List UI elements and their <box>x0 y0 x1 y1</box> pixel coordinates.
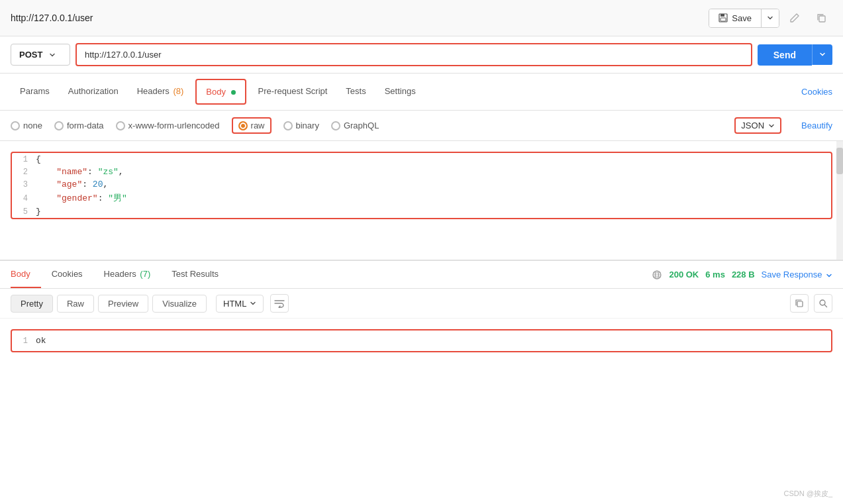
code-line-4: 4 "gender": "男" <box>12 191 831 205</box>
code-line-3: 3 "age": 20, <box>12 178 831 191</box>
code-line-2: 2 "name": "zs", <box>12 166 831 178</box>
send-dropdown-button[interactable] <box>812 44 832 65</box>
chevron-down-icon <box>250 300 256 307</box>
resp-fmt-raw[interactable]: Raw <box>57 295 94 313</box>
chevron-down-icon <box>819 51 826 58</box>
save-button[interactable]: Save <box>709 9 761 27</box>
body-dot-indicator <box>231 90 236 95</box>
url-bar: POST Send <box>0 36 843 74</box>
code-editor-box[interactable]: 1 { 2 "name": "zs", 3 "age": 20, 4 "gend… <box>11 152 832 219</box>
status-code: 200 OK <box>669 270 699 279</box>
format-json-select[interactable]: JSON <box>734 117 781 134</box>
resp-tab-headers[interactable]: Headers (7) <box>93 261 162 288</box>
radio-form-data-indicator <box>54 121 64 130</box>
svg-point-7 <box>820 300 825 305</box>
response-text: ok <box>36 336 46 346</box>
globe-icon <box>652 270 662 280</box>
radio-graphql-indicator <box>331 121 340 130</box>
chevron-down-icon <box>826 272 832 279</box>
send-button[interactable]: Send <box>758 44 812 66</box>
search-response-button[interactable] <box>814 294 832 313</box>
resp-fmt-pretty[interactable]: Pretty <box>11 295 53 313</box>
radio-raw-indicator <box>238 121 248 130</box>
radio-urlencoded-indicator <box>116 121 125 130</box>
chevron-down-icon <box>768 123 775 129</box>
radio-none-indicator <box>11 121 20 130</box>
send-btn-group: Send <box>758 44 832 66</box>
editor-scrollbar[interactable] <box>836 141 843 260</box>
code-editor-area: 1 { 2 "name": "zs", 3 "age": 20, 4 "gend… <box>0 141 843 260</box>
edit-icon-button[interactable] <box>783 7 806 29</box>
beautify-link[interactable]: Beautify <box>801 121 832 130</box>
chevron-down-icon <box>49 52 56 58</box>
copy-icon <box>795 299 804 308</box>
resp-tab-body[interactable]: Body <box>11 261 41 288</box>
copy-icon-button[interactable] <box>810 7 832 29</box>
resp-language-select[interactable]: HTML <box>216 295 264 313</box>
wrap-lines-button[interactable] <box>270 294 289 313</box>
title-actions: Save <box>709 7 832 29</box>
tab-headers[interactable]: Headers (8) <box>128 78 193 105</box>
response-tabs-row: Body Cookies Headers (7) Test Results 20… <box>0 261 843 289</box>
radio-none[interactable]: none <box>11 121 42 130</box>
resp-fmt-preview[interactable]: Preview <box>98 295 148 313</box>
svg-rect-6 <box>797 301 803 307</box>
response-size: 228 B <box>732 270 755 279</box>
floppy-icon <box>719 13 728 23</box>
resp-fmt-visualize[interactable]: Visualize <box>152 295 207 313</box>
body-options-row: none form-data x-www-form-urlencoded raw… <box>0 111 843 141</box>
radio-raw[interactable]: raw <box>238 121 265 130</box>
tab-tests[interactable]: Tests <box>336 78 375 105</box>
cookies-link[interactable]: Cookies <box>801 79 832 105</box>
response-code-box: 1 ok <box>11 329 832 352</box>
chevron-down-icon <box>767 15 773 21</box>
tab-prerequest[interactable]: Pre-request Script <box>249 78 337 105</box>
tab-body-wrapper: Body <box>195 79 246 105</box>
tab-params[interactable]: Params <box>11 78 59 105</box>
code-line-1: 1 { <box>12 153 831 166</box>
radio-binary[interactable]: binary <box>283 121 319 130</box>
request-tabs-row: Params Authorization Headers (8) Body Pr… <box>0 74 843 111</box>
radio-binary-indicator <box>283 121 293 130</box>
resp-tab-test-results[interactable]: Test Results <box>161 261 229 288</box>
save-btn-group: Save <box>709 9 779 28</box>
response-status-bar: 200 OK 6 ms 228 B Save Response <box>652 270 832 280</box>
svg-rect-2 <box>720 18 726 21</box>
wrap-icon <box>274 299 285 308</box>
save-dropdown-button[interactable] <box>761 9 779 27</box>
radio-urlencoded[interactable]: x-www-form-urlencoded <box>116 121 220 130</box>
response-time: 6 ms <box>705 270 725 279</box>
method-label: POST <box>19 50 42 60</box>
response-content: 1 ok <box>0 319 843 363</box>
radio-raw-outline: raw <box>232 117 272 134</box>
radio-graphql[interactable]: GraphQL <box>331 121 379 130</box>
response-actions <box>790 294 832 313</box>
title-bar: http://127.0.0.1/user Save <box>0 0 843 36</box>
method-select[interactable]: POST <box>11 44 70 66</box>
search-icon <box>818 299 828 308</box>
copy-icon <box>816 13 826 23</box>
pencil-icon <box>789 13 800 23</box>
tab-settings[interactable]: Settings <box>375 78 425 105</box>
url-input[interactable] <box>75 43 752 66</box>
svg-rect-1 <box>720 14 724 17</box>
response-body-toolbar: Pretty Raw Preview Visualize HTML <box>0 289 843 319</box>
tab-body[interactable]: Body <box>206 87 235 97</box>
radio-form-data[interactable]: form-data <box>54 121 104 130</box>
svg-rect-3 <box>819 16 825 22</box>
resp-tab-cookies[interactable]: Cookies <box>41 261 93 288</box>
response-section: Body Cookies Headers (7) Test Results 20… <box>0 261 843 363</box>
copy-response-button[interactable] <box>790 294 809 313</box>
title-url: http://127.0.0.1/user <box>11 13 93 23</box>
save-response-link[interactable]: Save Response <box>762 270 832 279</box>
tab-authorization[interactable]: Authorization <box>59 78 128 105</box>
code-line-5: 5 } <box>12 205 831 218</box>
